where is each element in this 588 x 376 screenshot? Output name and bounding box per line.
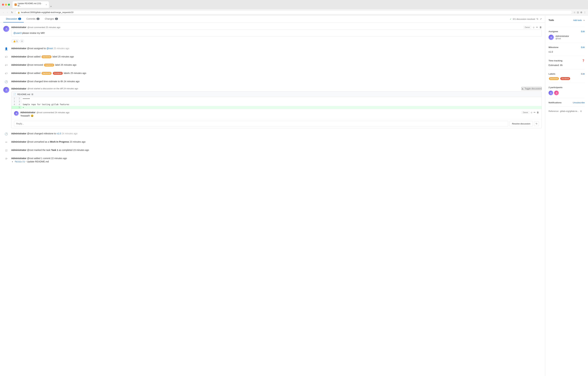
nested-delete-icon[interactable]: 🗑 — [537, 111, 539, 114]
delete-icon[interactable]: 🗑 — [539, 26, 542, 29]
tab-changes[interactable]: Changes 1 — [42, 16, 61, 22]
toggle-discussion-button[interactable]: ▲ Toggle discussion — [522, 87, 542, 90]
diff-line-num-left: 4 — [11, 103, 16, 106]
copy-path-icon[interactable]: ⊞ — [31, 93, 33, 95]
discussion-resolved: ✓ 0/1 discussion resolved ↻ ↗ — [510, 18, 542, 20]
discussion-actions: ▲ Toggle discussion — [522, 87, 542, 90]
milestone-edit[interactable]: Edit — [581, 46, 585, 49]
reload-button[interactable]: ↻ — [10, 10, 14, 14]
minimize-button[interactable] — [5, 4, 7, 6]
add-emoji-button[interactable]: ☺ — [20, 39, 24, 43]
assigned-to: @root — [46, 47, 53, 50]
activity-author: Administrator — [11, 55, 26, 58]
star-icon[interactable]: ☆ — [574, 11, 576, 14]
tab-commits[interactable]: Commits 2 — [24, 16, 42, 22]
nested-comment-content: Administrator @root commented 24 minutes… — [20, 111, 539, 117]
tabs-nav: Discussion 2 Commits 2 Changes 1 ✓ 0/1 d… — [0, 16, 545, 23]
time-tracking-section: Time tracking ❓ Estimated: 6h — [548, 59, 585, 69]
refresh-discussion-button[interactable]: ↻ — [534, 121, 539, 126]
address-bar-row: ‹ › ↻ 🔒 localhost:3000/gitlab-org/gitlab… — [0, 9, 588, 16]
nested-emoji-icon[interactable]: ☺ — [530, 111, 533, 114]
activity-assigned: 👤 Administrator @root assigned to @root … — [3, 46, 542, 52]
diff-line-num-left — [11, 106, 16, 109]
diff-line-num-left: 2 — [11, 97, 16, 100]
labels-list: backend frontend — [548, 77, 585, 80]
tab-close-icon[interactable]: ✕ — [46, 4, 47, 6]
tag-icon: 🏷 — [3, 62, 9, 68]
emoji-icon[interactable]: ☺ — [533, 26, 535, 29]
avatar: A — [3, 26, 9, 32]
main-comment-block: A Administrator @root commented 25 minut… — [3, 26, 542, 43]
nested-role: Owner — [522, 111, 529, 114]
maximize-button[interactable] — [8, 4, 10, 6]
diff-line-content: Sample repo for testing gitlab features — [21, 103, 542, 106]
discussion-badge: 2 — [18, 18, 21, 20]
commit-list: f6332c72 - Update README.md — [14, 160, 67, 163]
commit-item: f6332c72 - Update README.md — [14, 160, 67, 163]
commits-badge: 2 — [36, 18, 40, 20]
comment-author: Administrator — [11, 26, 26, 29]
participant-avatar-2: A — [554, 91, 559, 95]
notifications-title: Notifications — [548, 101, 562, 104]
resolve-discussion-button[interactable]: Resolve discussion — [510, 121, 533, 126]
back-button[interactable]: ‹ — [2, 10, 5, 14]
activity-time: 25 minutes ago — [53, 47, 69, 50]
close-button[interactable] — [2, 4, 4, 6]
diff-filename: README.md — [17, 93, 30, 95]
tab-title: Update README.md (!10) · M... — [18, 2, 44, 7]
mention: @user3 — [13, 32, 21, 34]
emoji-reaction[interactable]: 👍 1 — [11, 39, 19, 43]
comment-role: Owner — [524, 26, 531, 29]
commit-message: - Update README.md — [26, 160, 49, 163]
browser-tab[interactable]: G Update README.md (!10) · M... ✕ — [12, 1, 49, 8]
assignee-edit[interactable]: Edit — [581, 30, 585, 33]
time-tracking-title: Time tracking — [548, 59, 562, 62]
copy-reference-icon[interactable]: ⊞ — [580, 110, 582, 112]
extensions-icon[interactable]: ⚙ — [580, 11, 582, 14]
task-name: Task 1 — [51, 149, 58, 151]
help-icon[interactable]: ❓ — [582, 59, 585, 62]
activity-commit: ⟳ Administrator @root added 1 commit 22 … — [3, 156, 542, 163]
activity-task: ☑ Administrator @root marked the task Ta… — [3, 147, 542, 153]
tab-discussion[interactable]: Discussion 2 — [3, 16, 24, 22]
tag-icon: 🏷 — [3, 71, 9, 76]
tab-bar: G Update README.md (!10) · M... ✕ + — [12, 1, 586, 8]
expand-icon[interactable]: » — [583, 19, 585, 21]
comment-content: Administrator @root commented 25 minutes… — [11, 26, 542, 43]
nested-handle: @root — [36, 111, 43, 114]
comment-handle: @root — [27, 26, 33, 29]
screen-icon[interactable]: ⊡ — [577, 11, 579, 14]
reference-section: Reference: gitlab-org/gitlab-te... ⊞ — [548, 110, 585, 115]
nested-edit-icon[interactable]: ✏ — [534, 111, 536, 114]
notifications-header: Notifications Unsubscribe — [548, 101, 585, 104]
share-icon[interactable]: ↗ — [540, 18, 542, 20]
add-todo-button[interactable]: Add todo — [573, 19, 582, 21]
forward-button[interactable]: › — [6, 10, 9, 14]
commit-icon: ⟳ — [3, 156, 9, 162]
diff-link[interactable]: the diff — [56, 87, 63, 90]
labels-section: Labels Edit backend frontend — [548, 73, 585, 83]
labels-edit[interactable]: Edit — [581, 73, 585, 75]
unsubscribe-button[interactable]: Unsubscribe — [573, 101, 585, 104]
milestone-section: Milestone Edit v1.0 — [548, 46, 585, 56]
commit-hash[interactable]: f6332c72 — [14, 160, 25, 163]
activity-detail: @root added — [27, 72, 41, 74]
frontend-label: frontend — [53, 72, 63, 75]
notifications-section: Notifications Unsubscribe — [548, 101, 585, 107]
activity-author: Administrator — [11, 80, 26, 83]
menu-icon[interactable]: ⋮ — [584, 11, 586, 14]
refresh-resolved-icon[interactable]: ↻ — [536, 18, 538, 20]
milestone-link[interactable]: v1.0 — [57, 132, 61, 135]
edit-icon[interactable]: ✏ — [536, 26, 538, 29]
new-tab-button[interactable]: + — [49, 5, 53, 8]
participants-title: 2 participants — [548, 86, 563, 89]
diff-line-content: ====== — [21, 97, 542, 100]
address-bar[interactable]: 🔒 localhost:3000/gitlab-org/gitlab-test/… — [15, 10, 572, 14]
participants-header: 2 participants — [548, 86, 585, 89]
reply-input[interactable] — [14, 121, 508, 126]
activity-author: Administrator — [11, 72, 26, 74]
diff-line-num-right: 5 — [16, 106, 21, 109]
assignee-title: Assignee — [548, 30, 558, 33]
pencil-icon: ✏ — [3, 139, 9, 145]
activity-removed-backend: 🏷 Administrator @root removed backend la… — [3, 62, 542, 68]
